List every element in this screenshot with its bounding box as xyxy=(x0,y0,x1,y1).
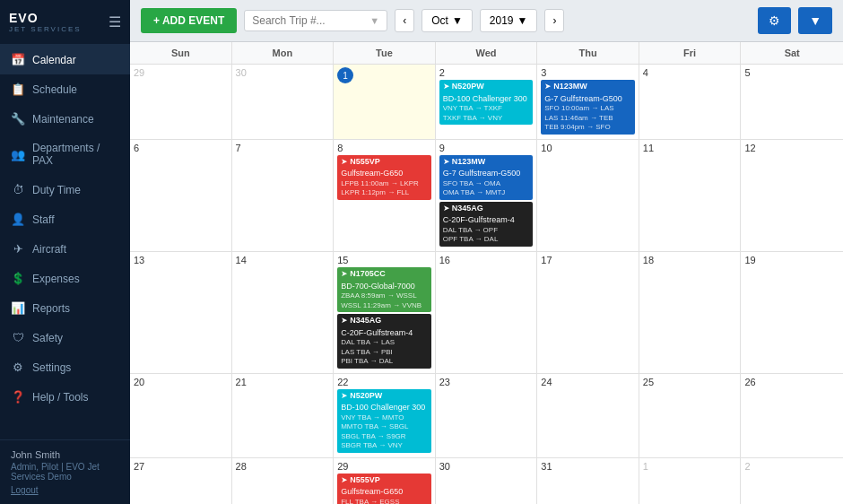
day-number: 23 xyxy=(439,377,534,387)
day-number: 26 xyxy=(744,377,839,387)
cal-header-sun: Sun xyxy=(130,42,232,64)
day-number: 2 xyxy=(439,67,534,78)
prev-month-button[interactable]: ‹ xyxy=(395,9,414,32)
calendar-cell: 1 xyxy=(334,65,436,139)
logo: EVO JET SERVICES xyxy=(9,11,82,33)
cal-header-wed: Wed xyxy=(436,42,538,64)
nav-icon: ❓ xyxy=(11,390,25,404)
hamburger-icon[interactable]: ☰ xyxy=(109,13,121,30)
day-number: 8 xyxy=(337,143,431,153)
nav-icon: ⏱ xyxy=(11,183,25,196)
search-icon: ▼ xyxy=(369,15,379,26)
day-number: 14 xyxy=(236,255,330,265)
calendar-cell: 27 xyxy=(130,458,232,505)
calendar-cell: 9➤N123MW G-7 Gulfstream-G500SFO TBA → OM… xyxy=(436,140,538,251)
nav-icon: 📊 xyxy=(11,301,25,315)
day-number: 1 xyxy=(337,67,353,83)
day-number: 31 xyxy=(541,461,635,472)
calendar-week-row: 293012➤N520PW BD-100 Challenger 300VNY T… xyxy=(130,65,843,140)
calendar-cell: 14 xyxy=(232,252,335,373)
day-number: 9 xyxy=(439,143,534,153)
sidebar-item-expenses[interactable]: 💲Expenses xyxy=(0,264,130,293)
day-number: 21 xyxy=(236,377,330,387)
calendar-event[interactable]: ➤N1705CC BD-700-Global-7000ZBAA 8:59am →… xyxy=(337,267,431,312)
sidebar-item-departments---pax[interactable]: 👥Departments / PAX xyxy=(0,134,130,175)
day-number: 7 xyxy=(236,143,330,153)
settings-button[interactable]: ⚙ xyxy=(758,7,791,34)
calendar-event[interactable]: ➤N555VP Gulfstream-G650LFPB 11:00am → LK… xyxy=(337,155,431,200)
calendar-event[interactable]: ➤N345AG C-20F-Gulfstream-4DAL TBA → LASL… xyxy=(337,314,431,369)
day-number: 27 xyxy=(134,461,228,472)
calendar-cell: 25 xyxy=(639,374,742,457)
day-number: 15 xyxy=(337,255,431,265)
filter-button[interactable]: ▼ xyxy=(798,7,832,34)
day-number: 28 xyxy=(236,461,330,472)
sidebar-item-calendar[interactable]: 📅Calendar xyxy=(0,45,130,74)
nav-icon: 🔧 xyxy=(11,112,25,126)
sidebar-item-schedule[interactable]: 📋Schedule xyxy=(0,74,130,104)
nav-icon: 📅 xyxy=(11,53,25,66)
day-number: 17 xyxy=(541,255,635,265)
sidebar-item-help---tools[interactable]: ❓Help / Tools xyxy=(0,382,130,412)
calendar-cell: 13 xyxy=(130,252,232,373)
nav-icon: 👤 xyxy=(11,213,25,226)
day-number: 4 xyxy=(643,67,737,78)
day-number: 3 xyxy=(541,67,635,78)
sidebar-item-staff[interactable]: 👤Staff xyxy=(0,204,130,234)
day-number: 13 xyxy=(134,255,228,265)
cal-header-fri: Fri xyxy=(639,42,742,64)
calendar-cell: 18 xyxy=(639,252,742,373)
sidebar-item-maintenance[interactable]: 🔧Maintenance xyxy=(0,104,130,134)
day-number: 20 xyxy=(134,377,228,387)
calendar-event[interactable]: ➤N555VP Gulfstream-G650FLL TBA → EGSSEGS… xyxy=(337,474,431,505)
cal-header-thu: Thu xyxy=(537,42,639,64)
calendar-cell: 8➤N555VP Gulfstream-G650LFPB 11:00am → L… xyxy=(334,140,436,251)
sidebar: EVO JET SERVICES ☰ 📅Calendar📋Schedule🔧Ma… xyxy=(0,0,130,504)
year-dropdown[interactable]: 2019 ▼ xyxy=(480,9,538,32)
sidebar-footer: John Smith Admin, Pilot | EVO Jet Servic… xyxy=(0,439,130,504)
cal-header-sat: Sat xyxy=(741,42,843,64)
calendar-cell: 10 xyxy=(537,140,639,251)
nav-icon: ✈ xyxy=(11,242,25,256)
calendar-cell: 5 xyxy=(741,65,843,139)
search-trip-input[interactable] xyxy=(252,14,369,27)
day-number: 29 xyxy=(134,67,228,78)
sidebar-item-settings[interactable]: ⚙Settings xyxy=(0,352,130,382)
day-number: 1 xyxy=(643,461,737,472)
toolbar: + ADD EVENT ▼ ‹ Oct ▼ 2019 ▼ › ⚙ ▼ xyxy=(130,0,843,42)
calendar-cell: 2➤N520PW BD-100 Challenger 300VNY TBA → … xyxy=(436,65,538,139)
sidebar-item-safety[interactable]: 🛡Safety xyxy=(0,323,130,352)
calendar-event[interactable]: ➤N123MW G-7 Gulfstream-G500SFO TBA → OMA… xyxy=(439,155,534,200)
calendar-cell: 26 xyxy=(741,374,843,457)
calendar-cell: 20 xyxy=(130,374,232,457)
day-number: 24 xyxy=(541,377,635,387)
calendar-event[interactable]: ➤N345AG C-20F-Gulfstream-4DAL TBA → OPFO… xyxy=(439,202,534,247)
next-month-button[interactable]: › xyxy=(544,9,564,32)
day-number: 12 xyxy=(744,143,839,153)
month-dropdown[interactable]: Oct ▼ xyxy=(422,9,473,32)
sidebar-logo: EVO JET SERVICES ☰ xyxy=(0,0,130,45)
cal-header-tue: Tue xyxy=(334,42,436,64)
calendar-event[interactable]: ➤N520PW BD-100 Challenger 300VNY TBA → M… xyxy=(337,389,431,453)
day-number: 16 xyxy=(439,255,534,265)
main-content: + ADD EVENT ▼ ‹ Oct ▼ 2019 ▼ › ⚙ ▼ SunMo… xyxy=(130,0,843,504)
calendar-cell: 2 xyxy=(741,458,843,505)
sidebar-item-reports[interactable]: 📊Reports xyxy=(0,293,130,323)
calendar-cell: 15➤N1705CC BD-700-Global-7000ZBAA 8:59am… xyxy=(334,252,436,373)
calendar-cell: 30 xyxy=(436,458,538,505)
sidebar-item-duty-time[interactable]: ⏱Duty Time xyxy=(0,175,130,204)
calendar-cell: 7 xyxy=(232,140,335,251)
search-trip-input-container: ▼ xyxy=(244,10,387,31)
calendar-week-row: 678➤N555VP Gulfstream-G650LFPB 11:00am →… xyxy=(130,140,843,252)
calendar-event[interactable]: ➤N520PW BD-100 Challenger 300VNY TBA → T… xyxy=(439,80,534,125)
add-event-button[interactable]: + ADD EVENT xyxy=(141,8,237,33)
calendar-cell: 31 xyxy=(537,458,639,505)
calendar-cell: 28 xyxy=(232,458,335,505)
day-number: 30 xyxy=(236,67,330,78)
sidebar-item-aircraft[interactable]: ✈Aircraft xyxy=(0,234,130,264)
logout-link[interactable]: Logout xyxy=(11,485,119,495)
calendar-event[interactable]: ➤N123MW G-7 Gulfstream-G500SFO 10:00am →… xyxy=(541,80,635,135)
cal-header-mon: Mon xyxy=(232,42,335,64)
day-number: 19 xyxy=(744,255,839,265)
calendar-week-row: 272829➤N555VP Gulfstream-G650FLL TBA → E… xyxy=(130,458,843,505)
